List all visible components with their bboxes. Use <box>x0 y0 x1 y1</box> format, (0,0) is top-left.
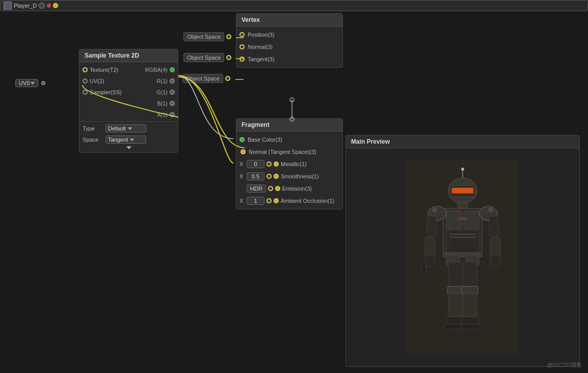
st-sampler-label: Sampler(SS) <box>90 89 156 95</box>
smoothness-x-prefix: X <box>239 173 245 179</box>
preview-header: Main Preview <box>346 136 579 148</box>
st-row-sampler: Sampler(SS) G(1) <box>79 87 178 98</box>
watermark: @51CTO博客 <box>547 361 582 369</box>
fragment-node-body: Base Color(3) Tangent Space Normal (Tang… <box>236 131 342 209</box>
sample-texture-node: Sample Texture 2D Texture(T2) RGBA(4) UV… <box>79 49 178 153</box>
player-label: Player_D <box>14 3 37 9</box>
svg-rect-4 <box>452 188 473 193</box>
svg-rect-30 <box>462 286 478 294</box>
port-ao-out[interactable] <box>274 198 279 203</box>
type-select[interactable]: Default <box>105 124 146 132</box>
metallic-label: Metallic(1) <box>281 161 339 167</box>
normal-tangent-label: Normal (Tangent Space)(3) <box>249 149 342 155</box>
sample-space-row: Space Tangent <box>79 134 178 145</box>
svg-point-36 <box>433 208 437 212</box>
port-r-out[interactable] <box>170 78 175 84</box>
smoothness-label: Smoothness(1) <box>281 173 339 179</box>
svg-rect-39 <box>449 233 476 235</box>
metallic-value: 0 <box>254 161 257 167</box>
frag-basecolor-row: Base Color(3) <box>236 134 342 146</box>
svg-point-37 <box>489 208 493 212</box>
player-port[interactable] <box>53 3 58 8</box>
sample-node-header: Sample Texture 2D <box>79 49 178 62</box>
port-a-out[interactable] <box>170 112 175 117</box>
uv0-dropdown-icon <box>31 82 35 85</box>
type-label: Type <box>83 125 105 131</box>
st-row-texture: Texture(T2) RGBA(4) <box>79 64 178 75</box>
basecolor-label: Base Color(3) <box>248 137 339 143</box>
port-b-out[interactable] <box>170 101 175 106</box>
obj-port-1-out[interactable] <box>226 34 231 39</box>
player-icon[interactable] <box>39 3 45 9</box>
sample-node-body: Texture(T2) RGBA(4) UV(2) R(1) Sampler(S… <box>79 62 178 152</box>
expand-button[interactable] <box>79 145 178 150</box>
chevron-icon <box>126 146 131 149</box>
port-metallic-connector[interactable] <box>266 162 272 167</box>
uv0-port[interactable] <box>41 81 45 85</box>
port-smoothness-connector[interactable] <box>266 174 272 179</box>
sample-divider <box>79 121 178 122</box>
space-value: Tangent <box>108 137 128 143</box>
obj-space-row-2: Object Space <box>183 53 232 62</box>
type-value: Default <box>108 125 126 131</box>
ao-label: Ambient Occlusion(1) <box>281 198 339 204</box>
space-select[interactable]: Tangent <box>105 136 146 144</box>
st-row-b: B(1) <box>79 98 178 109</box>
obj-port-3-out[interactable] <box>225 76 230 81</box>
metallic-input[interactable]: 0 <box>247 160 264 168</box>
wire-normal-tangent <box>178 75 233 163</box>
svg-rect-38 <box>458 217 468 220</box>
frag-tangent-row: Tangent Space Normal (Tangent Space)(3) <box>236 146 342 158</box>
port-smoothness-out[interactable] <box>274 174 279 179</box>
svg-rect-26 <box>448 294 463 319</box>
vertex-normal-row: Normal(3) <box>236 41 342 53</box>
space-dropdown-icon <box>130 139 134 141</box>
normal-label: Normal(3) <box>248 44 339 50</box>
port-texture-in[interactable] <box>83 67 88 72</box>
ao-x-prefix: X <box>239 198 245 204</box>
player-node: Player_D <box>0 0 588 11</box>
obj-port-2-out[interactable] <box>226 55 231 60</box>
svg-rect-29 <box>463 262 477 290</box>
space-label: Space <box>83 137 105 143</box>
vertex-position-row: Position(3) <box>236 29 342 41</box>
st-a-label: A(1) <box>157 112 168 118</box>
emission-label: Emission(3) <box>282 185 339 192</box>
port-normal-in[interactable] <box>239 44 245 49</box>
vertex-node: Vertex Position(3) Normal(3) Tangent(3) <box>236 13 343 68</box>
port-emission-out[interactable] <box>275 186 280 191</box>
svg-rect-18 <box>422 262 426 272</box>
svg-rect-24 <box>448 262 463 290</box>
wire-vertex-dot <box>290 98 294 102</box>
port-tangent-in[interactable] <box>239 57 245 62</box>
port-ao-connector[interactable] <box>266 198 272 203</box>
port-basecolor-in[interactable] <box>239 137 245 142</box>
fragment-node: Fragment Base Color(3) Tangent Space Nor… <box>236 118 343 209</box>
uv0-label: UV0 <box>19 80 30 86</box>
fragment-node-header: Fragment <box>236 119 342 131</box>
svg-rect-25 <box>447 286 464 294</box>
ao-input[interactable]: 1 <box>247 197 264 205</box>
robot-preview-svg <box>407 160 519 354</box>
position-label: Position(3) <box>248 32 339 38</box>
vertex-node-header: Vertex <box>236 14 342 26</box>
st-uv-label: UV(2) <box>90 78 157 84</box>
port-uv-in[interactable] <box>83 78 88 84</box>
frag-metallic-row: X 0 Metallic(1) <box>236 158 342 170</box>
wire-rgba-basecolor <box>178 77 245 148</box>
smoothness-input[interactable]: 0.5 <box>247 172 264 180</box>
wire-rgba-curve <box>178 75 233 139</box>
uv0-select[interactable]: UV0 <box>15 79 38 87</box>
port-rgba-out[interactable] <box>170 67 175 72</box>
port-metallic-out[interactable] <box>274 162 279 167</box>
sample-node-title: Sample Texture 2D <box>85 52 139 59</box>
frag-smoothness-row: X 0.5 Smoothness(1) <box>236 170 342 182</box>
svg-point-21 <box>490 255 500 267</box>
sample-type-row: Type Default <box>79 123 178 134</box>
svg-rect-40 <box>449 236 476 238</box>
port-sampler-in[interactable] <box>83 90 88 95</box>
port-g-out[interactable] <box>170 90 175 95</box>
port-position-in[interactable] <box>239 32 245 37</box>
port-emission-connector[interactable] <box>268 186 273 191</box>
port-normal-in[interactable] <box>240 149 246 154</box>
